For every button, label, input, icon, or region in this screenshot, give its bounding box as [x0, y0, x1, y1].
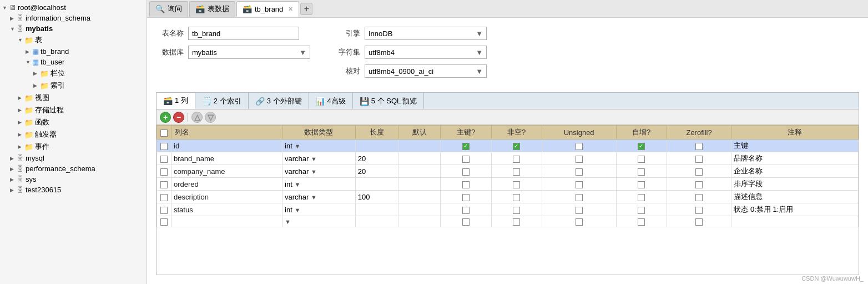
not-null-checkbox[interactable] [513, 181, 520, 188]
col-name-cell[interactable]: id [171, 139, 282, 152]
delete-row-button[interactable]: − [173, 112, 184, 123]
collation-select[interactable]: utf8mb4_0900_ai_ci ▼ [365, 64, 487, 78]
data-type-cell[interactable]: varchar ▼ [282, 191, 356, 203]
not-null-checkbox[interactable] [513, 207, 520, 214]
sidebar-item-fields[interactable]: ▶ 📁 栏位 [0, 67, 147, 79]
data-type-cell[interactable]: ▼ [282, 216, 356, 227]
engine-select[interactable]: InnoDB ▼ [365, 27, 487, 40]
type-dropdown-arrow[interactable]: ▼ [311, 194, 317, 201]
sidebar-item-triggers[interactable]: ▶ 📁 触发器 [0, 128, 147, 141]
length-cell[interactable] [355, 203, 398, 216]
unsigned-checkbox[interactable] [576, 156, 583, 163]
data-type-cell[interactable]: int ▼ [282, 178, 356, 191]
data-type-cell[interactable]: int ▼ [282, 203, 356, 216]
tab-query[interactable]: 🔍 询问 [149, 1, 188, 17]
comment-cell[interactable]: 排序字段 [731, 178, 859, 191]
col-name-cell[interactable]: description [171, 191, 282, 203]
tab-tabledata[interactable]: 🗃️ 表数据 [189, 1, 235, 17]
col-name-cell[interactable]: company_name [171, 165, 282, 178]
sidebar-item-functions[interactable]: ▶ 📁 函数 [0, 116, 147, 128]
add-tab-button[interactable]: + [300, 3, 312, 15]
not-null-checkbox[interactable] [513, 168, 520, 176]
sub-tab-indexes[interactable]: 🗒️ 2 个索引 [195, 93, 249, 109]
data-type-cell[interactable]: varchar ▼ [282, 152, 356, 165]
sidebar-item-views[interactable]: ▶ 📁 视图 [0, 92, 147, 104]
length-cell[interactable]: 20 [355, 165, 398, 178]
tab-close-icon[interactable]: ✕ [288, 6, 293, 13]
length-cell[interactable] [355, 178, 398, 191]
not-null-checkbox[interactable] [513, 218, 520, 226]
zerofill-checkbox[interactable] [695, 181, 703, 188]
auto-increment-checkbox[interactable] [638, 181, 645, 188]
unsigned-checkbox[interactable] [576, 207, 583, 214]
unsigned-checkbox[interactable] [576, 218, 583, 226]
tab-tbbrand[interactable]: 🗃️ tb_brand ✕ [236, 1, 299, 17]
primary-key-checkbox[interactable] [462, 168, 470, 176]
data-type-cell[interactable]: varchar ▼ [282, 165, 356, 178]
row-select-checkbox[interactable] [160, 168, 168, 176]
move-down-button[interactable]: ▽ [205, 112, 216, 123]
not-null-checkbox[interactable] [513, 194, 520, 201]
auto-increment-checkbox[interactable] [638, 218, 645, 226]
length-cell[interactable]: 20 [355, 152, 398, 165]
sidebar-item-mybatis[interactable]: ▼ 🗄 mybatis [0, 23, 147, 34]
primary-key-checkbox[interactable] [462, 207, 470, 214]
database-select[interactable]: mybatis ▼ [188, 46, 310, 59]
unsigned-checkbox[interactable] [576, 143, 583, 150]
default-cell[interactable] [398, 191, 441, 203]
auto-increment-checkbox[interactable] [638, 143, 645, 150]
unsigned-checkbox[interactable] [576, 168, 583, 176]
row-select-checkbox[interactable] [160, 156, 168, 163]
zerofill-checkbox[interactable] [695, 218, 703, 226]
sidebar-item-info_schema[interactable]: ▶ 🗄 information_schema [0, 13, 147, 23]
zerofill-checkbox[interactable] [695, 207, 703, 214]
default-cell[interactable] [398, 139, 441, 152]
row-select-checkbox[interactable] [160, 218, 168, 226]
comment-cell[interactable]: 状态 0:禁用 1:启用 [731, 203, 859, 216]
type-dropdown-arrow[interactable]: ▼ [294, 181, 300, 188]
primary-key-checkbox[interactable] [462, 218, 470, 226]
unsigned-checkbox[interactable] [576, 194, 583, 201]
auto-increment-checkbox[interactable] [638, 156, 645, 163]
unsigned-checkbox[interactable] [576, 181, 583, 188]
row-select-checkbox[interactable] [160, 194, 168, 201]
row-select-checkbox[interactable] [160, 143, 168, 150]
header-checkbox[interactable] [160, 129, 168, 137]
col-name-cell[interactable]: brand_name [171, 152, 282, 165]
zerofill-checkbox[interactable] [695, 168, 703, 176]
charset-select[interactable]: utf8mb4 ▼ [365, 46, 487, 59]
primary-key-checkbox[interactable] [462, 194, 470, 201]
type-dropdown-arrow[interactable]: ▼ [311, 156, 317, 162]
default-cell[interactable] [398, 216, 441, 227]
sidebar-item-procedures[interactable]: ▶ 📁 存储过程 [0, 104, 147, 116]
primary-key-checkbox[interactable] [462, 181, 470, 188]
auto-increment-checkbox[interactable] [638, 194, 645, 201]
sub-tab-columns[interactable]: 🗃️ 1 列 [157, 93, 195, 109]
type-dropdown-arrow[interactable]: ▼ [294, 143, 300, 150]
default-cell[interactable] [398, 203, 441, 216]
comment-cell[interactable]: 描述信息 [731, 191, 859, 203]
auto-increment-checkbox[interactable] [638, 168, 645, 176]
sub-tab-advanced[interactable]: 📊 4高级 [309, 93, 353, 109]
zerofill-checkbox[interactable] [695, 156, 703, 163]
move-up-button[interactable]: △ [191, 112, 203, 123]
col-name-cell[interactable]: status [171, 203, 282, 216]
comment-cell[interactable]: 品牌名称 [731, 152, 859, 165]
table-name-input[interactable] [188, 27, 299, 40]
sidebar-item-sys[interactable]: ▶ 🗄 sys [0, 174, 147, 185]
sidebar-item-tb_user[interactable]: ▼ ▦ tb_user [0, 57, 147, 67]
sidebar-item-test230615[interactable]: ▶ 🗄 test230615 [0, 185, 147, 195]
comment-cell[interactable]: 企业名称 [731, 165, 859, 178]
sidebar-item-tb_brand[interactable]: ▶ ▦ tb_brand [0, 46, 147, 57]
row-select-checkbox[interactable] [160, 207, 168, 214]
length-cell[interactable]: 100 [355, 191, 398, 203]
sub-tab-sql_preview[interactable]: 💾 5 个 SQL 预览 [353, 93, 425, 109]
sidebar-item-tables[interactable]: ▼ 📁 表 [0, 34, 147, 46]
sidebar-item-mysql[interactable]: ▶ 🗄 mysql [0, 153, 147, 163]
zerofill-checkbox[interactable] [695, 143, 703, 150]
default-cell[interactable] [398, 165, 441, 178]
type-dropdown-arrow[interactable]: ▼ [285, 218, 291, 225]
add-row-button[interactable]: + [160, 112, 171, 123]
comment-cell[interactable]: 主键 [731, 139, 859, 152]
length-cell[interactable] [355, 139, 398, 152]
